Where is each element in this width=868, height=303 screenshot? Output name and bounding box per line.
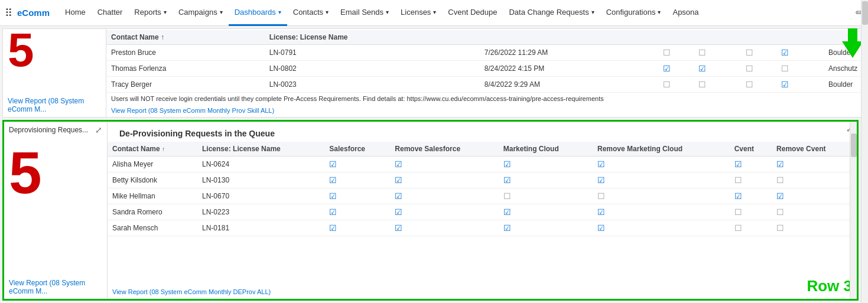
sf-check: ☐ <box>658 45 694 61</box>
table-row: Alisha Meyer LN-0624 ☑ ☑ ☑ ☑ ☑ ☑ <box>108 157 857 172</box>
contact-name: Thomas Forlenza <box>106 61 265 77</box>
apps-grid-icon[interactable]: ⠿ <box>5 6 12 19</box>
license-link[interactable]: LN-0181 <box>197 220 324 236</box>
contact-name: Sarah Mensch <box>108 220 197 236</box>
contact-name: Mike Hellman <box>108 188 197 204</box>
nav-cvent-dedupe-label: Cvent Dedupe <box>448 8 497 17</box>
nav-item-email-sends[interactable]: Email Sends ▾ <box>334 0 395 26</box>
nav-configurations-label: Configurations <box>606 8 656 17</box>
location: Boulder <box>824 77 865 93</box>
arrow-shaft <box>848 28 857 41</box>
top-left-panel: 5 View Report (08 System eComm M... <box>3 29 106 117</box>
nav-item-dashboards[interactable]: Dashboards ▾ <box>229 0 287 26</box>
cvent: ☑ <box>730 188 772 204</box>
bottom-view-report-link[interactable]: View Report (08 System eComm M... <box>9 279 102 295</box>
nav-item-contacts[interactable]: Contacts ▾ <box>287 0 334 26</box>
top-big-number: 5 <box>8 28 101 74</box>
nav-logo: eComm <box>17 8 50 18</box>
remove-cvent: ☑ <box>772 188 857 204</box>
info-text: Users will NOT receive login credentials… <box>106 93 865 105</box>
bottom-left-title: Deprovisioning Reques... <box>9 126 88 134</box>
col-marketing-cloud: Marketing Cloud <box>499 142 593 157</box>
nav-dashboards-chevron: ▾ <box>278 9 281 15</box>
top-view-report-link2[interactable]: View Report (08 System eComm Monthly Pro… <box>111 107 274 114</box>
remove-mc-check: ☑ <box>776 77 824 93</box>
nav-item-chatter[interactable]: Chatter <box>92 0 129 26</box>
remove-sf: ☑ <box>390 188 498 204</box>
mc: ☐ <box>499 188 593 204</box>
mc: ☑ <box>499 220 593 236</box>
table-row: Mike Hellman LN-0670 ☑ ☑ ☐ ☐ ☑ ☑ <box>108 188 857 204</box>
contact-name: Preston Bruce <box>106 45 265 61</box>
expand-left-icon[interactable]: ⤢ <box>95 125 102 135</box>
col-contact[interactable]: Contact Name ↑ <box>108 142 197 157</box>
nav-home-label: Home <box>65 8 86 17</box>
nav-reports-chevron: ▾ <box>164 9 167 15</box>
mc-check: ☐ <box>741 61 776 77</box>
license-link[interactable]: LN-0802 <box>265 61 480 77</box>
bottom-right-view-report-link[interactable]: View Report (08 System eComm Monthly DEP… <box>112 288 271 295</box>
nav-item-campaigns[interactable]: Campaigns ▾ <box>173 0 229 26</box>
col-remove-sf <box>694 30 741 45</box>
remove-mc: ☑ <box>593 172 730 188</box>
nav-item-configurations[interactable]: Configurations ▾ <box>600 0 667 26</box>
col-cvent: Cvent <box>730 142 772 157</box>
license-link[interactable]: LN-0023 <box>265 77 480 93</box>
location: Anschutz <box>824 61 865 77</box>
nav-item-home[interactable]: Home <box>59 0 92 26</box>
sf: ☑ <box>324 220 390 236</box>
bottom-big-number: 5 <box>9 143 102 202</box>
remove-mc: ☑ <box>593 204 730 220</box>
bottom-scrollbar[interactable] <box>850 122 857 299</box>
scrollbar[interactable] <box>861 28 866 118</box>
license-link[interactable]: LN-0223 <box>197 204 324 220</box>
nav-email-sends-chevron: ▾ <box>386 9 389 15</box>
remove-cvent: ☐ <box>772 204 857 220</box>
top-view-report-link[interactable]: View Report (08 System eComm M... <box>8 97 101 113</box>
nav-contacts-chevron: ▾ <box>326 9 329 15</box>
nav-item-reports[interactable]: Reports ▾ <box>128 0 173 26</box>
remove-sf: ☑ <box>390 220 498 236</box>
license-link[interactable]: LN-0791 <box>265 45 480 61</box>
license-link[interactable]: LN-0624 <box>197 157 324 172</box>
nav-apsona-label: Apsona <box>672 8 698 17</box>
cvent: ☑ <box>730 157 772 172</box>
bottom-left-panel: Deprovisioning Reques... ⤢ 5 View Report… <box>4 122 108 299</box>
nav-licenses-label: Licenses <box>401 8 431 17</box>
green-arrow-indicator <box>842 30 863 58</box>
cvent: ☐ <box>730 204 772 220</box>
nav-campaigns-label: Campaigns <box>178 8 217 17</box>
sf: ☑ <box>324 172 390 188</box>
nav-chatter-label: Chatter <box>97 8 123 17</box>
remove-sf-check: ☑ <box>694 61 741 77</box>
table-row: Sandra Romero LN-0223 ☑ ☑ ☑ ☑ ☐ ☐ <box>108 204 857 220</box>
date: 7/26/2022 11:29 AM <box>480 45 658 61</box>
remove-sf: ☑ <box>390 157 498 172</box>
table-row: Thomas Forlenza LN-0802 8/24/2022 4:15 P… <box>106 61 865 77</box>
col-remove-mc <box>776 30 824 45</box>
nav-reports-label: Reports <box>134 8 161 17</box>
contact-name: Sandra Romero <box>108 204 197 220</box>
sf: ☑ <box>324 157 390 172</box>
nav-item-licenses[interactable]: Licenses ▾ <box>395 0 442 26</box>
nav-item-apsona[interactable]: Apsona <box>667 0 704 26</box>
license-link[interactable]: LN-0130 <box>197 172 324 188</box>
col-mc <box>741 30 776 45</box>
info-text-content: Users will NOT receive login credentials… <box>111 95 604 102</box>
remove-cvent: ☐ <box>772 172 857 188</box>
col-remove-mc: Remove Marketing Cloud <box>593 142 730 157</box>
col-license: License: License Name <box>197 142 324 157</box>
table-row: Sarah Mensch LN-0181 ☑ ☑ ☑ ☑ ☐ ☐ <box>108 220 857 236</box>
date: 8/4/2022 9:29 AM <box>480 77 658 93</box>
bottom-scroll-thumb[interactable] <box>851 133 857 157</box>
sf: ☑ <box>324 204 390 220</box>
nav-data-change-label: Data Change Requests <box>509 8 589 17</box>
contact-name: Tracy Berger <box>106 77 265 93</box>
license-link[interactable]: LN-0670 <box>197 188 324 204</box>
nav-bar: ⠿ eComm Home Chatter Reports ▾ Campaigns… <box>0 0 868 26</box>
nav-data-change-chevron: ▾ <box>591 9 594 15</box>
sf: ☑ <box>324 188 390 204</box>
table-row: Betty Kilsdonk LN-0130 ☑ ☑ ☑ ☑ ☐ ☐ <box>108 172 857 188</box>
nav-item-cvent-dedupe[interactable]: Cvent Dedupe <box>442 0 503 26</box>
nav-item-data-change-requests[interactable]: Data Change Requests ▾ <box>503 0 600 26</box>
